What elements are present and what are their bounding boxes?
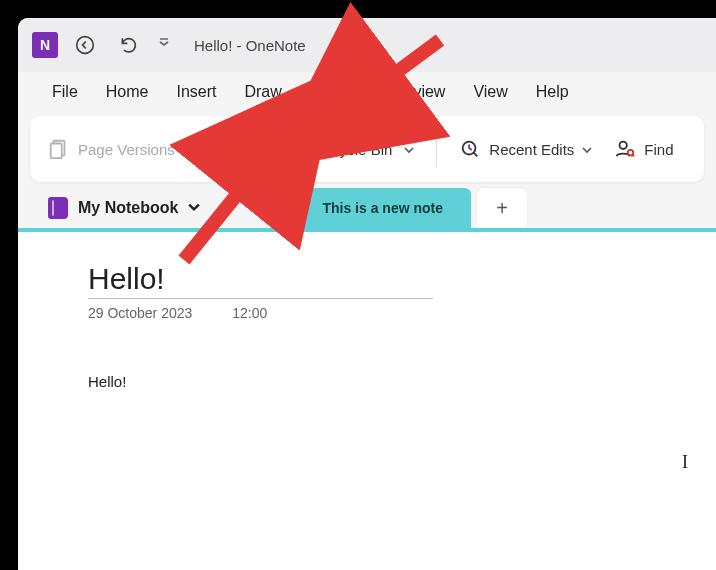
recent-edits-label: Recent Edits [489,141,574,158]
section-tab[interactable]: This is a new note [294,188,471,228]
svg-point-4 [620,142,627,149]
page-time: 12:00 [232,305,267,321]
add-section-tab[interactable]: + [477,188,527,228]
page-versions-button[interactable]: Page Versions [40,132,201,166]
window-title: Hello! - OneNote [194,37,306,54]
page-canvas[interactable]: Hello! 29 October 2023 12:00 Hello! [18,232,716,570]
menu-insert[interactable]: Insert [164,77,228,112]
undo-button[interactable] [112,28,146,62]
chevron-down-icon [404,141,414,158]
menu-home[interactable]: Home [94,77,161,112]
menu-draw[interactable]: Draw [232,77,293,112]
notebook-name: My Notebook [78,199,178,217]
person-search-icon [614,138,636,160]
plus-icon: + [496,197,508,220]
ribbon-history: Page Versions Notebook Recycle Bin Recen… [30,116,704,182]
recent-edits-icon [459,138,481,160]
app-icon: N [32,32,58,58]
notebook-selector[interactable]: My Notebook [44,191,204,225]
svg-rect-2 [51,144,62,159]
chevron-down-icon [582,141,592,158]
page-title[interactable]: Hello! [88,262,433,299]
menu-help[interactable]: Help [524,77,581,112]
menu-history[interactable]: History [298,77,377,112]
recent-edits-button[interactable]: Recent Edits [451,132,600,166]
svg-point-0 [77,37,94,54]
menu-review[interactable]: Review [381,77,457,112]
notebook-bar: My Notebook This is a new note + [18,188,716,228]
page-body-text[interactable]: Hello! [88,373,646,390]
titlebar: N Hello! - OneNote [18,18,716,72]
menu-file[interactable]: File [40,77,90,112]
section-tab-label: This is a new note [322,200,443,216]
chevron-down-icon [183,141,193,158]
find-label: Find [644,141,673,158]
trash-icon [215,138,237,160]
back-button[interactable] [68,28,102,62]
menu-view[interactable]: View [461,77,519,112]
menubar: FileHomeInsertDrawHistoryReviewViewHelp [18,72,716,116]
page-date: 29 October 2023 [88,305,192,321]
recycle-bin-label: Notebook Recycle Bin [245,141,393,158]
page-versions-icon [48,138,70,160]
chevron-down-icon [188,199,200,217]
text-cursor-icon: I [682,452,688,473]
find-by-author-button[interactable]: Find [606,132,681,166]
ribbon-separator [436,131,437,167]
page-meta: 29 October 2023 12:00 [88,305,646,321]
page-versions-label: Page Versions [78,141,175,158]
notebook-icon [48,197,68,219]
recycle-bin-button[interactable]: Notebook Recycle Bin [207,132,423,166]
quickaccess-dropdown[interactable] [156,38,172,53]
